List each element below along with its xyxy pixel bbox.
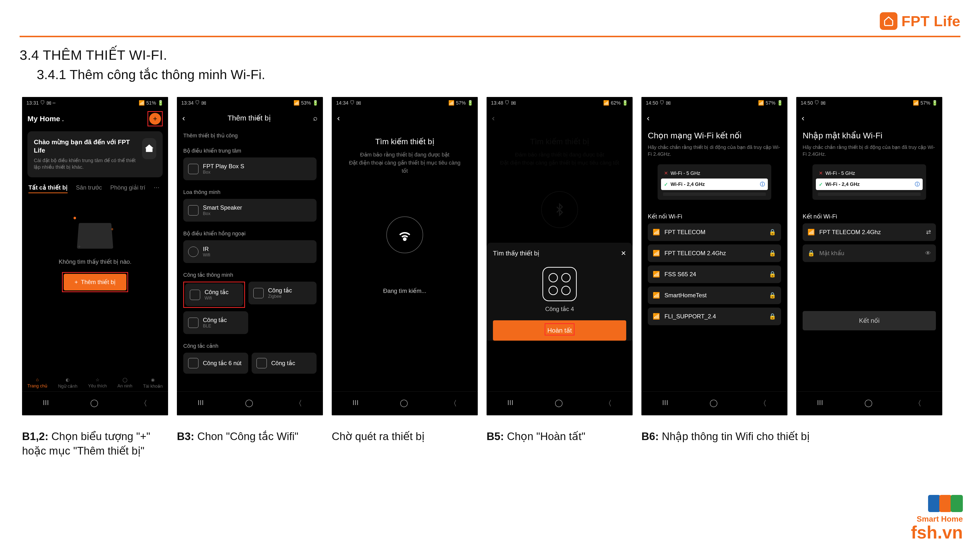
recent-icon[interactable]: III <box>43 399 49 408</box>
password-input[interactable]: 🔒Mật khẩu👁 <box>803 245 936 262</box>
status-time: 13:31 <box>27 100 39 106</box>
device-ir[interactable]: IRWifi <box>183 240 317 263</box>
footer-url: fsh.vn <box>911 524 963 541</box>
swap-icon[interactable]: ⇄ <box>926 229 931 236</box>
wifi-icon: 📶 <box>653 292 660 299</box>
footer-brand: Smart Home <box>911 514 963 524</box>
scene-icon: ◐ <box>66 377 70 383</box>
home-icon: ⌂ <box>36 377 39 382</box>
wifi-section: Kết nối Wi-Fi <box>648 203 781 223</box>
plus-icon: + <box>75 279 78 286</box>
lock-icon: 🔒 <box>769 313 776 320</box>
back-icon[interactable]: ‹ <box>802 113 804 123</box>
nav-home[interactable]: ⌂Trang chủ <box>27 377 47 389</box>
highlight-box: +Thêm thiết bị <box>62 272 128 292</box>
wifi-title: Chọn mạng Wi-Fi kết nối <box>648 127 781 144</box>
wifi-network[interactable]: 📶FLI_SUPPORT_2.4🔒 <box>648 308 781 325</box>
back-icon[interactable]: ‹ <box>492 113 495 123</box>
nav-security[interactable]: ◯An ninh <box>117 377 132 389</box>
lock-icon: 🔒 <box>769 250 776 257</box>
lock-icon: 🔒 <box>769 229 776 236</box>
device-scene[interactable]: Công tắc <box>251 353 317 374</box>
caption-b4: Chờ quét ra thiết bị <box>332 429 478 443</box>
info-icon[interactable]: ⓘ <box>760 181 765 187</box>
home-selector[interactable]: My Home ⌄ <box>27 114 64 123</box>
shield-icon: ◯ <box>123 377 127 383</box>
tab-ent[interactable]: Phòng giải trí <box>110 184 145 193</box>
phone-catalog: 13:34 ⛉ ✉📶 53% 🔋 ‹Thêm thiết bị⌕ Thêm th… <box>177 97 323 415</box>
switch-icon <box>190 290 200 300</box>
page-title: Thêm thiết bị <box>185 114 313 122</box>
wifi-network[interactable]: 📶FPT TELECOM🔒 <box>648 223 781 241</box>
eye-off-icon[interactable]: 👁 <box>925 250 931 257</box>
wifi-network[interactable]: 📶SmartHomeTest🔒 <box>648 286 781 304</box>
tab-all[interactable]: Tất cả thiết bị <box>29 184 68 193</box>
phone-wifi-select: 14:50 ⛉ ✉📶 57% 🔋 ‹ Chọn mạng Wi-Fi kết n… <box>641 97 788 415</box>
wifi-icon: 📶 <box>653 250 660 257</box>
caption-b6: B6: Nhập thông tin Wifi cho thiết bị <box>641 429 943 443</box>
found-title: Tìm thấy thiết bị <box>493 249 539 257</box>
add-device-cta[interactable]: +Thêm thiết bị <box>64 274 126 291</box>
close-icon[interactable]: ✕ <box>621 249 626 257</box>
device-switch-zigbee[interactable]: Công tắcZigbee <box>248 282 317 304</box>
room-tabs: Tất cả thiết bị Sân trước Phòng giải trí… <box>22 184 168 197</box>
x-icon: ✕ <box>664 170 668 176</box>
switch4-icon <box>542 267 577 301</box>
caption-b3: B3: Chon "Công tắc Wifi" <box>177 429 323 443</box>
back-icon[interactable]: ‹ <box>337 113 340 123</box>
cat-ir: Bộ điều khiển hồng ngoại <box>183 225 317 240</box>
lock-icon: 🔒 <box>808 250 815 257</box>
info-icon[interactable]: ⓘ <box>915 181 920 187</box>
add-device-button[interactable]: + <box>149 113 161 125</box>
nav-account[interactable]: ◉Tài khoản <box>143 377 163 389</box>
device-scene6[interactable]: Công tắc 6 nút <box>183 353 248 374</box>
switch-icon <box>253 288 264 298</box>
box-icon <box>188 164 199 174</box>
welcome-card[interactable]: Chào mừng bạn đã đến với FPT Life Cài đặ… <box>27 131 163 177</box>
section-manual: Thêm thiết bị thủ công <box>183 127 317 142</box>
user-icon: ◉ <box>151 377 155 383</box>
brand-name: FPT Life <box>901 13 960 30</box>
subsection-heading: 3.4.1 Thêm công tắc thông minh Wi-Fi. <box>37 67 960 82</box>
device-speaker[interactable]: Smart SpeakerBox <box>183 199 317 222</box>
back-icon[interactable]: ‹ <box>182 113 185 123</box>
device-hub[interactable]: FPT Play Box SBox <box>183 157 317 180</box>
ir-icon <box>188 247 199 257</box>
back-icon[interactable]: ‹ <box>647 113 649 123</box>
nav-scene[interactable]: ◐Ngữ cảnh <box>58 377 78 389</box>
highlight-box: Công tắcWifi <box>183 282 245 308</box>
section-heading: 3.4 THÊM THIẾT WI-FI. <box>20 47 960 63</box>
band-hint: ✕Wi-Fi - 5 GHz ✓Wi-Fi - 2,4 GHzⓘ <box>813 164 926 200</box>
highlight-box: + <box>148 111 163 126</box>
caption-b12: B1,2: Chọn biểu tượng "+" hoặc mục "Thêm… <box>22 429 168 458</box>
connect-button[interactable]: Kết nối <box>803 311 936 330</box>
status-battery: 51% <box>146 100 156 106</box>
header: FPT Life <box>20 10 960 36</box>
wifi-network[interactable]: 📶FPT TELECOM 2.4Ghz🔒 <box>648 245 781 262</box>
phone-home: 13:31 ⛉ ✉ ⋯📶 51% 🔋 My Home ⌄ + Chào mừng… <box>22 97 168 415</box>
device-switch-ble[interactable]: Công tắcBLE <box>183 311 248 334</box>
tab-more[interactable]: ⋯ <box>154 184 159 193</box>
tab-front[interactable]: Sân trước <box>76 184 102 193</box>
x-icon: ✕ <box>819 170 823 176</box>
wifi-icon: 📶 <box>653 313 660 320</box>
home-btn-icon[interactable]: ◯ <box>90 399 99 408</box>
wifi-network[interactable]: 📶FSS S65 24🔒 <box>648 265 781 283</box>
wifi-selected[interactable]: 📶FPT TELECOM 2.4Ghz⇄ <box>803 223 936 241</box>
search-icon[interactable]: ⌕ <box>313 114 318 122</box>
chevron-down-icon: ⌄ <box>61 118 64 122</box>
lock-icon: 🔒 <box>769 292 776 299</box>
cat-hub: Bộ điều khiển trung tâm <box>183 142 317 157</box>
divider <box>20 36 960 37</box>
welcome-sub: Cài đặt bộ điều khiển trung tâm để có th… <box>34 157 138 170</box>
device-switch-wifi[interactable]: Công tắcWifi <box>185 283 243 306</box>
back-btn-icon[interactable]: 〈 <box>140 399 147 408</box>
wifi-icon: 📶 <box>808 229 815 236</box>
nav-fav[interactable]: ☆Yêu thích <box>88 377 107 389</box>
caption-row: B1,2: Chọn biểu tượng "+" hoặc mục "Thêm… <box>20 415 960 458</box>
screenshot-row: 13:31 ⛉ ✉ ⋯📶 51% 🔋 My Home ⌄ + Chào mừng… <box>20 97 960 415</box>
welcome-title: Chào mừng bạn đã đến với FPT Life <box>34 138 138 155</box>
home-icon <box>142 138 156 159</box>
scene-switch-icon <box>188 358 199 368</box>
switch-icon <box>188 318 199 328</box>
